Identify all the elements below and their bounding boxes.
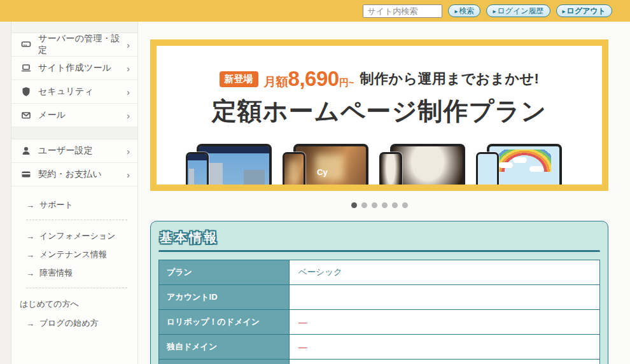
price-suffix: 円~ (339, 77, 354, 89)
chevron-right-icon: › (127, 110, 130, 121)
chevron-right-icon: › (127, 87, 130, 97)
carousel-dot[interactable] (351, 202, 357, 208)
sidebar-beginners-label: はじめての方へ (20, 298, 127, 310)
price-amount: 8,690 (288, 67, 339, 91)
new-badge: 新登場 (220, 71, 258, 87)
sidebar-item-label: 契約・お支払い (38, 169, 120, 180)
row-label: 契約期間 (159, 360, 290, 364)
carousel-dots (150, 202, 608, 208)
sidebar-link-blog-start[interactable]: → ブログの始め方 (26, 318, 127, 329)
row-value: — (290, 310, 600, 335)
sidebar-item-user-settings[interactable]: ユーザー設定 › (11, 139, 137, 163)
chevron-right-icon: › (127, 146, 130, 157)
user-icon (20, 145, 32, 157)
table-row: ロリポップ！のドメイン — (159, 310, 600, 335)
row-value: ベーシック (290, 260, 600, 285)
divider (26, 288, 127, 288)
carousel-dot[interactable] (392, 202, 398, 208)
basic-info-table: プラン ベーシック アカウントID ロリポップ！のドメイン — 独自ドメイン —… (158, 260, 600, 364)
sidebar-link-label: メンテナンス情報 (39, 249, 107, 260)
mail-icon (20, 109, 32, 121)
row-label: 独自ドメイン (159, 335, 290, 360)
basic-info-title: 基本情報 (160, 229, 600, 246)
row-label: ロリポップ！のドメイン (159, 310, 290, 335)
banner-copy: 新登場 月額 8,690 円~ 制作から運用までおまかせ! 定額ホームページ制作… (157, 67, 602, 129)
main-content: 新登場 月額 8,690 円~ 制作から運用までおまかせ! 定額ホームページ制作… (150, 39, 608, 364)
row-value: 2023/01/01 ～ 2024/01/01 (290, 360, 600, 364)
shield-icon (20, 86, 32, 97)
promo-banner[interactable]: 新登場 月額 8,690 円~ 制作から運用までおまかせ! 定額ホームページ制作… (150, 39, 608, 191)
table-row: 独自ドメイン — (159, 335, 600, 360)
login-history-button-label: ログイン履歴 (497, 6, 543, 17)
sidebar-item-label: ユーザー設定 (38, 145, 120, 157)
server-icon (20, 39, 32, 50)
device-mockups: Cy (157, 144, 602, 191)
search-button-label: 検索 (459, 6, 474, 17)
sidebar-link-maintenance[interactable]: → メンテナンス情報 (26, 249, 127, 260)
row-value: — (290, 335, 600, 360)
laptop-icon (20, 62, 32, 74)
price-prefix: 月額 (264, 74, 288, 90)
arrow-right-icon: ▸ (563, 8, 566, 15)
page-left-margin (0, 22, 11, 364)
sidebar-item-label: サーバーの管理・設定 (38, 33, 120, 56)
sidebar-link-label: サポート (39, 199, 73, 211)
row-label: プラン (159, 260, 290, 285)
sidebar-link-label: 障害情報 (39, 267, 73, 279)
topbar: ▸ 検索 ▸ ログイン履歴 ▸ ログアウト (0, 0, 630, 22)
banner-title: 定額ホームページ制作プラン (157, 94, 602, 129)
device-mockup-bar (390, 144, 465, 191)
divider (26, 220, 127, 220)
basic-info-panel: 基本情報 プラン ベーシック アカウントID ロリポップ！のドメイン — 独自ド… (150, 221, 608, 364)
sidebar-link-label: ブログの始め方 (39, 318, 99, 329)
arrow-right-icon: → (26, 269, 34, 278)
sidebar-item-label: サイト作成ツール (38, 62, 120, 74)
logout-button[interactable]: ▸ ログアウト (556, 4, 612, 17)
login-history-button[interactable]: ▸ ログイン履歴 (486, 4, 550, 17)
sidebar-link-support[interactable]: → サポート (26, 199, 127, 211)
sidebar-item-label: メール (38, 109, 120, 121)
device-mockup-hotel: Cy (293, 144, 368, 191)
arrow-right-icon: ▸ (493, 8, 496, 15)
device-mockup-kids (487, 144, 562, 191)
sidebar-clipped-row (11, 22, 137, 33)
sidebar-item-site-tools[interactable]: サイト作成ツール › (11, 57, 137, 80)
device-mockup-corporate (197, 144, 272, 191)
arrow-right-icon: → (26, 319, 34, 328)
arrow-right-icon: → (26, 250, 34, 260)
divider (158, 250, 600, 252)
banner-price: 月額 8,690 円~ (264, 67, 354, 91)
search-button[interactable]: ▸ 検索 (448, 4, 480, 17)
logout-button-label: ログアウト (567, 6, 606, 17)
chevron-right-icon: › (127, 169, 130, 180)
arrow-right-icon: ▸ (454, 8, 458, 15)
sidebar-item-server-settings[interactable]: サーバーの管理・設定 › (11, 33, 137, 57)
carousel-dot[interactable] (361, 202, 367, 208)
sidebar: サーバーの管理・設定 › サイト作成ツール › セキュリティ › メール › ユ… (11, 22, 138, 364)
search-input[interactable] (363, 4, 442, 18)
sidebar-group-gap (11, 127, 137, 139)
sidebar-links: → サポート → インフォメーション → メンテナンス情報 → 障害情報 はじめ… (11, 186, 137, 329)
table-row: プラン ベーシック (159, 260, 600, 285)
sidebar-item-mail[interactable]: メール › (11, 104, 137, 127)
sidebar-link-incidents[interactable]: → 障害情報 (26, 267, 127, 279)
arrow-right-icon: → (26, 200, 34, 210)
chevron-right-icon: › (127, 39, 130, 50)
chevron-right-icon: › (127, 63, 130, 74)
sidebar-item-billing[interactable]: 契約・お支払い › (11, 163, 137, 186)
carousel-dot[interactable] (402, 202, 408, 208)
sidebar-link-information[interactable]: → インフォメーション (26, 230, 127, 242)
table-row: 契約期間 2023/01/01 ～ 2024/01/01 (159, 360, 600, 364)
sidebar-item-label: セキュリティ (38, 86, 120, 97)
banner-tagline: 制作から運用までおまかせ! (360, 69, 539, 88)
sidebar-link-label: インフォメーション (39, 230, 115, 242)
credit-card-icon (20, 169, 32, 180)
row-value (290, 285, 600, 310)
row-label: アカウントID (159, 285, 290, 310)
arrow-right-icon: → (26, 232, 34, 241)
table-row: アカウントID (159, 285, 600, 310)
sidebar-item-security[interactable]: セキュリティ › (11, 80, 137, 104)
carousel-dot[interactable] (382, 202, 388, 208)
carousel-dot[interactable] (372, 202, 377, 208)
